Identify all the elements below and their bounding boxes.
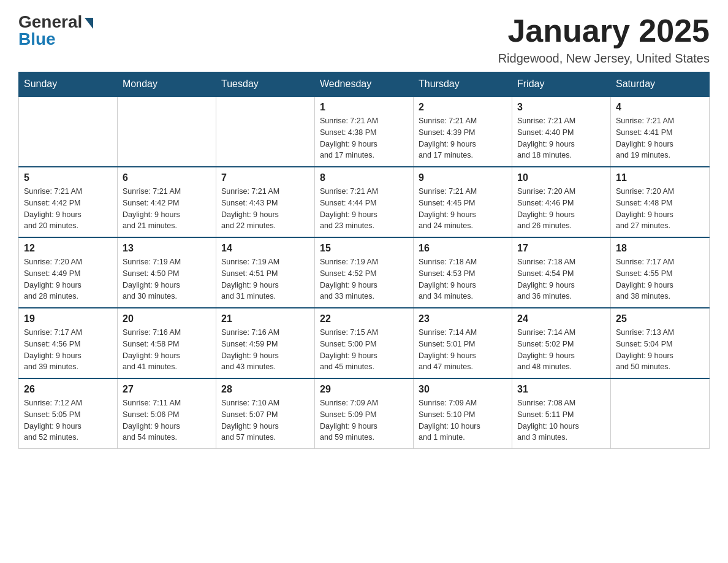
day-number: 8: [320, 172, 408, 183]
day-number: 3: [517, 102, 605, 113]
day-number: 25: [616, 313, 704, 324]
calendar-cell: [611, 378, 710, 449]
calendar-cell: 16Sunrise: 7:18 AM Sunset: 4:53 PM Dayli…: [414, 237, 512, 308]
logo: General Blue: [18, 12, 93, 49]
logo-blue-text: Blue: [18, 29, 56, 49]
day-number: 19: [24, 313, 112, 324]
calendar-header-monday: Monday: [118, 72, 216, 97]
calendar-cell: 27Sunrise: 7:11 AM Sunset: 5:06 PM Dayli…: [118, 378, 216, 449]
day-info: Sunrise: 7:21 AM Sunset: 4:41 PM Dayligh…: [616, 115, 704, 161]
calendar-header-row: SundayMondayTuesdayWednesdayThursdayFrid…: [19, 72, 710, 97]
day-info: Sunrise: 7:17 AM Sunset: 4:55 PM Dayligh…: [616, 256, 704, 302]
calendar-cell: 13Sunrise: 7:19 AM Sunset: 4:50 PM Dayli…: [118, 237, 216, 308]
day-info: Sunrise: 7:14 AM Sunset: 5:01 PM Dayligh…: [419, 327, 507, 373]
calendar-cell: 7Sunrise: 7:21 AM Sunset: 4:43 PM Daylig…: [216, 167, 315, 237]
day-number: 10: [517, 172, 605, 183]
calendar-cell: 17Sunrise: 7:18 AM Sunset: 4:54 PM Dayli…: [512, 237, 611, 308]
calendar-cell: 22Sunrise: 7:15 AM Sunset: 5:00 PM Dayli…: [315, 308, 414, 378]
day-info: Sunrise: 7:19 AM Sunset: 4:52 PM Dayligh…: [320, 256, 408, 302]
day-number: 23: [419, 313, 507, 324]
calendar-cell: 8Sunrise: 7:21 AM Sunset: 4:44 PM Daylig…: [315, 167, 414, 237]
calendar-cell: 10Sunrise: 7:20 AM Sunset: 4:46 PM Dayli…: [512, 167, 611, 237]
day-info: Sunrise: 7:16 AM Sunset: 4:58 PM Dayligh…: [123, 327, 211, 373]
calendar-header-sunday: Sunday: [19, 72, 118, 97]
day-number: 16: [419, 243, 507, 254]
calendar-cell: 2Sunrise: 7:21 AM Sunset: 4:39 PM Daylig…: [414, 96, 512, 167]
calendar-cell: 6Sunrise: 7:21 AM Sunset: 4:42 PM Daylig…: [118, 167, 216, 237]
calendar-week-row: 5Sunrise: 7:21 AM Sunset: 4:42 PM Daylig…: [19, 167, 710, 237]
calendar-cell: 5Sunrise: 7:21 AM Sunset: 4:42 PM Daylig…: [19, 167, 118, 237]
calendar-cell: 14Sunrise: 7:19 AM Sunset: 4:51 PM Dayli…: [216, 237, 315, 308]
day-info: Sunrise: 7:08 AM Sunset: 5:11 PM Dayligh…: [517, 397, 605, 443]
calendar-header-thursday: Thursday: [414, 72, 512, 97]
calendar-table: SundayMondayTuesdayWednesdayThursdayFrid…: [18, 72, 710, 449]
calendar-cell: 18Sunrise: 7:17 AM Sunset: 4:55 PM Dayli…: [611, 237, 710, 308]
day-number: 20: [123, 313, 211, 324]
calendar-header-saturday: Saturday: [611, 72, 710, 97]
calendar-cell: 20Sunrise: 7:16 AM Sunset: 4:58 PM Dayli…: [118, 308, 216, 378]
location-text: Ridgewood, New Jersey, United States: [498, 52, 710, 66]
day-number: 1: [320, 102, 408, 113]
day-number: 28: [221, 384, 309, 395]
day-info: Sunrise: 7:09 AM Sunset: 5:10 PM Dayligh…: [419, 397, 507, 443]
calendar-cell: 29Sunrise: 7:09 AM Sunset: 5:09 PM Dayli…: [315, 378, 414, 449]
calendar-week-row: 12Sunrise: 7:20 AM Sunset: 4:49 PM Dayli…: [19, 237, 710, 308]
day-info: Sunrise: 7:13 AM Sunset: 5:04 PM Dayligh…: [616, 327, 704, 373]
calendar-week-row: 19Sunrise: 7:17 AM Sunset: 4:56 PM Dayli…: [19, 308, 710, 378]
page-header: General Blue January 2025 Ridgewood, New…: [18, 12, 710, 66]
day-number: 14: [221, 243, 309, 254]
title-section: January 2025 Ridgewood, New Jersey, Unit…: [498, 12, 710, 66]
day-info: Sunrise: 7:21 AM Sunset: 4:42 PM Dayligh…: [123, 186, 211, 232]
day-number: 24: [517, 313, 605, 324]
day-number: 27: [123, 384, 211, 395]
day-number: 12: [24, 243, 112, 254]
calendar-cell: 11Sunrise: 7:20 AM Sunset: 4:48 PM Dayli…: [611, 167, 710, 237]
day-number: 18: [616, 243, 704, 254]
calendar-cell: 3Sunrise: 7:21 AM Sunset: 4:40 PM Daylig…: [512, 96, 611, 167]
calendar-cell: 28Sunrise: 7:10 AM Sunset: 5:07 PM Dayli…: [216, 378, 315, 449]
day-info: Sunrise: 7:21 AM Sunset: 4:42 PM Dayligh…: [24, 186, 112, 232]
day-info: Sunrise: 7:12 AM Sunset: 5:05 PM Dayligh…: [24, 397, 112, 443]
day-number: 30: [419, 384, 507, 395]
day-info: Sunrise: 7:20 AM Sunset: 4:46 PM Dayligh…: [517, 186, 605, 232]
day-number: 22: [320, 313, 408, 324]
day-info: Sunrise: 7:21 AM Sunset: 4:45 PM Dayligh…: [419, 186, 507, 232]
day-number: 2: [419, 102, 507, 113]
day-number: 11: [616, 172, 704, 183]
day-info: Sunrise: 7:20 AM Sunset: 4:49 PM Dayligh…: [24, 256, 112, 302]
day-info: Sunrise: 7:09 AM Sunset: 5:09 PM Dayligh…: [320, 397, 408, 443]
day-info: Sunrise: 7:11 AM Sunset: 5:06 PM Dayligh…: [123, 397, 211, 443]
calendar-header-wednesday: Wednesday: [315, 72, 414, 97]
day-info: Sunrise: 7:18 AM Sunset: 4:54 PM Dayligh…: [517, 256, 605, 302]
day-info: Sunrise: 7:21 AM Sunset: 4:40 PM Dayligh…: [517, 115, 605, 161]
calendar-week-row: 1Sunrise: 7:21 AM Sunset: 4:38 PM Daylig…: [19, 96, 710, 167]
day-number: 4: [616, 102, 704, 113]
calendar-cell: 9Sunrise: 7:21 AM Sunset: 4:45 PM Daylig…: [414, 167, 512, 237]
day-number: 13: [123, 243, 211, 254]
calendar-week-row: 26Sunrise: 7:12 AM Sunset: 5:05 PM Dayli…: [19, 378, 710, 449]
calendar-cell: 15Sunrise: 7:19 AM Sunset: 4:52 PM Dayli…: [315, 237, 414, 308]
calendar-header-tuesday: Tuesday: [216, 72, 315, 97]
calendar-cell: 4Sunrise: 7:21 AM Sunset: 4:41 PM Daylig…: [611, 96, 710, 167]
day-number: 15: [320, 243, 408, 254]
day-number: 17: [517, 243, 605, 254]
day-number: 31: [517, 384, 605, 395]
day-info: Sunrise: 7:17 AM Sunset: 4:56 PM Dayligh…: [24, 327, 112, 373]
calendar-cell: 26Sunrise: 7:12 AM Sunset: 5:05 PM Dayli…: [19, 378, 118, 449]
day-number: 9: [419, 172, 507, 183]
calendar-cell: [118, 96, 216, 167]
calendar-cell: 21Sunrise: 7:16 AM Sunset: 4:59 PM Dayli…: [216, 308, 315, 378]
calendar-cell: 12Sunrise: 7:20 AM Sunset: 4:49 PM Dayli…: [19, 237, 118, 308]
day-info: Sunrise: 7:19 AM Sunset: 4:51 PM Dayligh…: [221, 256, 309, 302]
day-number: 6: [123, 172, 211, 183]
calendar-cell: [19, 96, 118, 167]
day-info: Sunrise: 7:15 AM Sunset: 5:00 PM Dayligh…: [320, 327, 408, 373]
calendar-header-friday: Friday: [512, 72, 611, 97]
day-info: Sunrise: 7:14 AM Sunset: 5:02 PM Dayligh…: [517, 327, 605, 373]
calendar-cell: 23Sunrise: 7:14 AM Sunset: 5:01 PM Dayli…: [414, 308, 512, 378]
month-title: January 2025: [498, 12, 710, 49]
day-info: Sunrise: 7:19 AM Sunset: 4:50 PM Dayligh…: [123, 256, 211, 302]
calendar-cell: 24Sunrise: 7:14 AM Sunset: 5:02 PM Dayli…: [512, 308, 611, 378]
calendar-cell: [216, 96, 315, 167]
calendar-cell: 19Sunrise: 7:17 AM Sunset: 4:56 PM Dayli…: [19, 308, 118, 378]
